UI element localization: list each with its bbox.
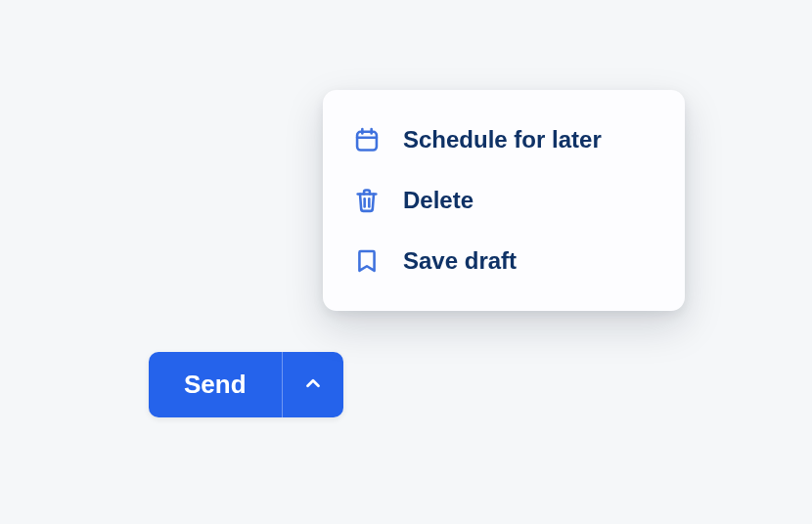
send-options-menu: Schedule for later Delete Save draft [323,90,685,311]
send-button-label: Send [184,370,247,400]
menu-item-schedule[interactable]: Schedule for later [323,109,685,170]
menu-item-delete[interactable]: Delete [323,170,685,231]
menu-item-label: Save draft [403,247,517,275]
send-options-toggle[interactable] [282,352,343,417]
svg-rect-0 [357,132,377,151]
menu-item-save-draft[interactable]: Save draft [323,231,685,291]
menu-item-label: Delete [403,187,474,214]
menu-item-label: Schedule for later [403,126,602,153]
send-split-button: Send [149,352,343,417]
trash-icon [352,186,382,215]
chevron-up-icon [302,372,324,397]
calendar-icon [352,125,382,154]
send-button[interactable]: Send [149,352,282,417]
bookmark-icon [352,246,382,276]
